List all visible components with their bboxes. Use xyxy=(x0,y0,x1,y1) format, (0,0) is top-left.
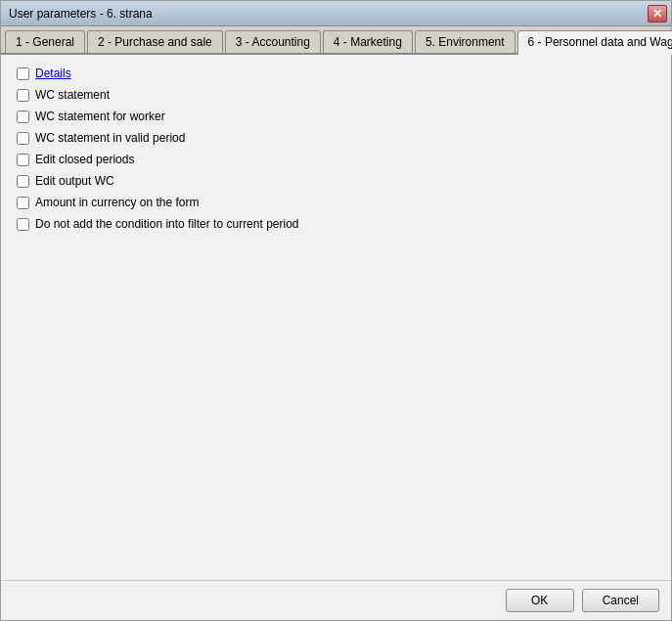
checkbox-3[interactable] xyxy=(17,111,29,123)
tab-6[interactable]: 6 - Personnel data and Wages xyxy=(517,30,672,55)
checkbox-label-4: WC statement in valid period xyxy=(35,131,185,145)
checkbox-1[interactable] xyxy=(17,67,29,80)
checkbox-row-6: Edit output WC xyxy=(17,174,655,188)
checkbox-label-1: Details xyxy=(35,67,71,80)
checkbox-label-8: Do not add the condition into filter to … xyxy=(35,217,299,231)
main-window: User parameters - 6. strana ✕ 1 - Genera… xyxy=(0,0,672,621)
content-area: DetailsWC statementWC statement for work… xyxy=(1,55,671,580)
checkbox-row-3: WC statement for worker xyxy=(17,110,655,123)
window-title: User parameters - 6. strana xyxy=(9,7,153,21)
checkbox-label-6: Edit output WC xyxy=(35,174,114,188)
checkbox-5[interactable] xyxy=(17,154,29,166)
cancel-button[interactable]: Cancel xyxy=(582,589,659,612)
tab-2[interactable]: 2 - Purchase and sale xyxy=(87,30,223,53)
close-icon: ✕ xyxy=(652,7,662,21)
footer: OK Cancel xyxy=(1,580,671,620)
tab-4[interactable]: 4 - Marketing xyxy=(323,30,413,53)
checkbox-label-2: WC statement xyxy=(35,88,110,102)
checkbox-label-3: WC statement for worker xyxy=(35,110,165,123)
checkbox-8[interactable] xyxy=(17,218,29,231)
checkbox-row-5: Edit closed periods xyxy=(17,153,655,166)
checkbox-4[interactable] xyxy=(17,132,29,145)
close-button[interactable]: ✕ xyxy=(648,5,667,22)
checkbox-row-7: Amount in currency on the form xyxy=(17,196,655,209)
checkbox-row-2: WC statement xyxy=(17,88,655,102)
tab-5[interactable]: 5. Environment xyxy=(415,30,515,53)
tab-bar: 1 - General2 - Purchase and sale3 - Acco… xyxy=(1,26,671,55)
checkbox-label-7: Amount in currency on the form xyxy=(35,196,199,209)
tab-1[interactable]: 1 - General xyxy=(5,30,85,53)
checkbox-row-8: Do not add the condition into filter to … xyxy=(17,217,655,231)
checkbox-label-5: Edit closed periods xyxy=(35,153,134,166)
checkbox-6[interactable] xyxy=(17,175,29,188)
checkbox-2[interactable] xyxy=(17,89,29,102)
checkbox-row-1: Details xyxy=(17,67,655,80)
checkbox-row-4: WC statement in valid period xyxy=(17,131,655,145)
ok-button[interactable]: OK xyxy=(506,589,574,612)
title-bar: User parameters - 6. strana ✕ xyxy=(1,1,671,26)
tab-3[interactable]: 3 - Accounting xyxy=(225,30,321,53)
checkbox-7[interactable] xyxy=(17,197,29,209)
